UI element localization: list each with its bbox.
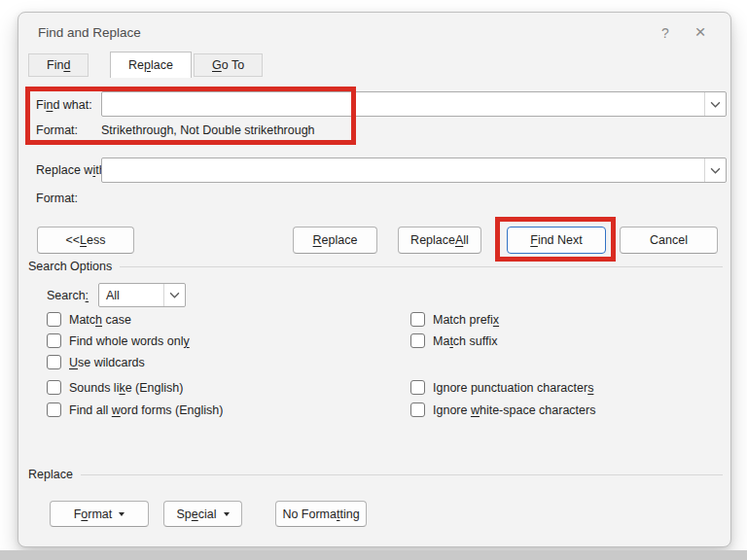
checkbox-ignore-punctuation[interactable]: Ignore punctuation characters: [410, 379, 593, 396]
checkbox-label: Match case: [69, 313, 131, 327]
less-button[interactable]: << Less: [37, 227, 134, 254]
special-menu-button[interactable]: Special: [163, 501, 242, 527]
search-direction-value: All: [99, 284, 163, 306]
checkbox-label: Match prefix: [433, 313, 499, 327]
search-direction-label: Search:: [47, 289, 89, 302]
checkbox-box[interactable]: [47, 355, 61, 369]
checkbox-box[interactable]: [47, 380, 61, 395]
checkbox-label: Ignore white-space characters: [433, 403, 595, 417]
replace-group-label: Replace: [28, 468, 73, 481]
checkbox-label: Sounds like (English): [69, 381, 183, 395]
format-menu-button[interactable]: Format: [50, 501, 149, 527]
checkbox-box[interactable]: [410, 380, 425, 395]
checkbox-find-all-word-forms[interactable]: Find all word forms (English): [47, 402, 223, 418]
checkbox-match-case[interactable]: Match case: [47, 311, 131, 328]
search-options-group-header: Search Options: [28, 260, 723, 273]
find-format-value: Strikethrough, Not Double strikethrough: [101, 123, 315, 137]
checkbox-label: Use wildcards: [69, 356, 145, 369]
group-divider-line: [81, 474, 723, 475]
checkbox-box[interactable]: [47, 312, 61, 327]
checkbox-box[interactable]: [410, 312, 425, 327]
special-menu-label: Special: [176, 508, 216, 521]
cancel-button[interactable]: Cancel: [620, 227, 718, 254]
checkbox-label: Ignore punctuation characters: [433, 381, 593, 395]
checkbox-match-suffix[interactable]: Match suffix: [410, 332, 497, 349]
checkbox-ignore-white-space[interactable]: Ignore white-space characters: [410, 402, 595, 418]
dropdown-arrow-icon: [119, 512, 124, 516]
chevron-down-icon[interactable]: [163, 284, 185, 306]
find-next-button[interactable]: Find Next: [507, 227, 606, 254]
checkbox-use-wildcards[interactable]: Use wildcards: [47, 354, 145, 370]
checkbox-match-prefix[interactable]: Match prefix: [410, 311, 499, 328]
checkbox-box[interactable]: [47, 333, 61, 348]
replace-with-label: Replace with:: [36, 163, 109, 177]
find-format-label: Format:: [36, 123, 78, 137]
checkbox-label: Find all word forms (English): [69, 403, 223, 417]
tab-go-to[interactable]: Go To: [194, 53, 263, 77]
search-options-group-label: Search Options: [28, 260, 112, 273]
close-icon[interactable]: ×: [686, 20, 715, 46]
tab-replace[interactable]: Replace: [110, 52, 192, 78]
search-direction-dropdown[interactable]: All: [98, 283, 186, 307]
find-and-replace-dialog: Find and Replace ? × Find Replace Go To …: [18, 12, 731, 547]
help-icon[interactable]: ?: [651, 20, 680, 46]
checkbox-box[interactable]: [410, 333, 425, 348]
background-strip: [0, 550, 747, 560]
replace-all-button[interactable]: Replace All: [398, 227, 481, 254]
checkbox-box[interactable]: [47, 402, 61, 417]
find-what-combobox[interactable]: [101, 91, 727, 117]
replace-group-header: Replace: [28, 468, 723, 481]
checkbox-label: Find whole words only: [69, 334, 190, 348]
chevron-down-icon[interactable]: [704, 158, 726, 182]
tab-find[interactable]: Find: [28, 53, 89, 77]
replace-button[interactable]: Replace: [293, 227, 377, 254]
replace-with-input[interactable]: [102, 158, 704, 182]
checkbox-sounds-like[interactable]: Sounds like (English): [47, 379, 183, 396]
group-divider-line: [120, 266, 723, 267]
format-menu-label: Format: [74, 508, 113, 521]
replace-format-label: Format:: [36, 192, 78, 205]
replace-with-combobox[interactable]: [101, 158, 727, 183]
find-what-label: Find what:: [36, 98, 92, 112]
no-formatting-button[interactable]: No Formatting: [275, 501, 367, 527]
checkbox-label: Match suffix: [433, 334, 497, 348]
find-what-input[interactable]: [102, 92, 704, 116]
checkbox-find-whole-words-only[interactable]: Find whole words only: [47, 332, 190, 349]
chevron-down-icon[interactable]: [704, 92, 726, 116]
title-bar[interactable]: Find and Replace ? ×: [18, 13, 730, 52]
dialog-title: Find and Replace: [38, 25, 141, 40]
dropdown-arrow-icon: [224, 512, 230, 516]
checkbox-box[interactable]: [410, 402, 425, 417]
